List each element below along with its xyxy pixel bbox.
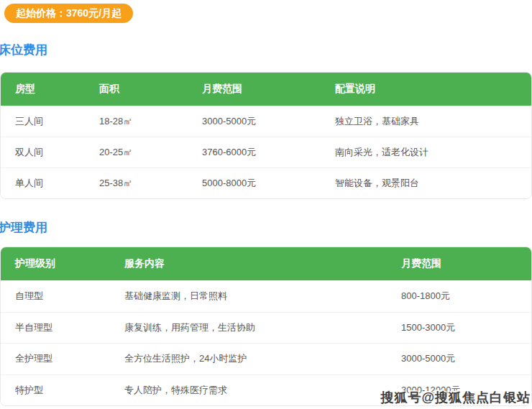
cell-monthly-fee: 800-1800元 [387,290,531,303]
cell-configuration: 南向采光，适老化设计 [321,146,531,159]
article-page: 起始价格：3760元/月起 床位费用 房型 面积 月费范围 配置说明 三人间 1… [0,0,532,409]
cell-configuration: 独立卫浴，基础家具 [321,115,531,128]
table-row: 单人间 25-38㎡ 5000-8000元 智能设备，观景阳台 [1,167,531,198]
cell-area: 20-25㎡ [85,146,188,159]
col-header-service-content: 服务内容 [110,257,387,270]
cell-room-type: 单人间 [1,177,85,190]
nursing-fees-table-header-row: 护理级别 服务内容 月费范围 [1,247,531,280]
table-row: 半自理型 康复训练，用药管理，生活协助 1500-3000元 [1,312,531,344]
cell-monthly-fee: 5000-8000元 [188,177,321,190]
cell-service-content: 全方位生活照护，24小时监护 [110,352,387,365]
cell-service-content: 基础健康监测，日常照料 [110,290,387,303]
sohu-watermark: 搜狐号@搜狐焦点白银站 [380,389,531,406]
col-header-configuration: 配置说明 [321,83,531,96]
cell-monthly-fee: 3000-5000元 [188,115,321,128]
bed-fees-table-header-row: 房型 面积 月费范围 配置说明 [1,73,531,106]
cell-monthly-fee: 3760-6000元 [188,146,321,159]
cell-service-content: 康复训练，用药管理，生活协助 [110,321,387,334]
cell-area: 25-38㎡ [85,177,188,190]
col-header-room-type: 房型 [1,83,85,96]
cell-area: 18-28㎡ [85,115,188,128]
table-row: 全护理型 全方位生活照护，24小时监护 3000-5000元 [1,343,531,374]
cell-monthly-fee: 3000-5000元 [387,352,531,365]
cell-nursing-level: 半自理型 [1,321,110,334]
nursing-fees-table: 护理级别 服务内容 月费范围 自理型 基础健康监测，日常照料 800-1800元… [0,247,532,406]
cell-nursing-level: 全护理型 [1,352,110,365]
table-row: 自理型 基础健康监测，日常照料 800-1800元 [1,280,531,312]
cell-configuration: 智能设备，观景阳台 [321,177,531,190]
section-heading-bed-fees: 床位费用 [0,43,47,58]
table-row: 双人间 20-25㎡ 3760-6000元 南向采光，适老化设计 [1,137,531,167]
cell-monthly-fee: 1500-3000元 [387,321,531,334]
cell-nursing-level: 特护型 [1,384,110,397]
cell-room-type: 三人间 [1,115,85,128]
starting-price-badge: 起始价格：3760元/月起 [4,4,133,23]
bed-fees-table: 房型 面积 月费范围 配置说明 三人间 18-28㎡ 3000-5000元 独立… [0,72,532,199]
col-header-nursing-level: 护理级别 [1,257,110,270]
section-heading-nursing-fees: 护理费用 [0,221,47,235]
col-header-monthly-fee: 月费范围 [188,83,321,96]
table-row: 三人间 18-28㎡ 3000-5000元 独立卫浴，基础家具 [1,106,531,137]
cell-nursing-level: 自理型 [1,290,110,303]
cell-room-type: 双人间 [1,146,85,159]
col-header-area: 面积 [85,83,188,96]
col-header-monthly-fee: 月费范围 [387,257,531,270]
cell-service-content: 专人陪护，特殊医疗需求 [110,384,387,397]
